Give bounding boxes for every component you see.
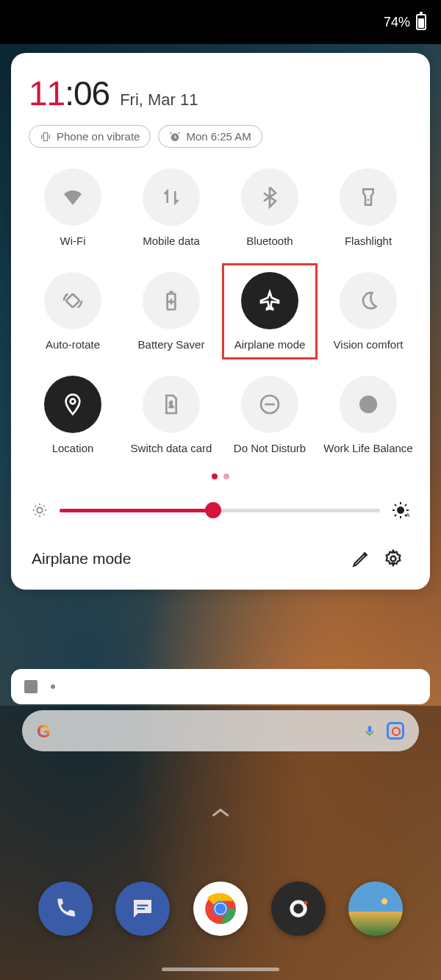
tile-location[interactable]: Location — [26, 376, 120, 454]
battery-saver-icon — [159, 289, 183, 312]
dock-camera[interactable] — [271, 881, 326, 936]
panel-footer: Airplane mode — [26, 543, 415, 575]
worklife-icon — [356, 393, 380, 416]
tile-airplane-mode[interactable]: Airplane mode — [223, 272, 317, 351]
svg-point-19 — [304, 901, 307, 904]
wifi-icon — [61, 185, 85, 209]
airplane-icon — [258, 289, 282, 312]
gear-icon — [383, 548, 404, 569]
tile-vision-comfort[interactable]: Vision comfort — [321, 272, 415, 351]
brightness-auto-icon[interactable]: A — [392, 501, 409, 519]
page-dot-1[interactable] — [212, 473, 218, 479]
edit-button[interactable] — [345, 543, 377, 575]
clock: 11:06 — [29, 74, 110, 113]
svg-point-18 — [293, 904, 303, 913]
screenshot-notif-icon — [24, 680, 37, 693]
status-bar: 74% — [0, 0, 441, 44]
nav-handle[interactable] — [162, 968, 279, 971]
svg-point-9 — [397, 507, 404, 514]
svg-rect-0 — [43, 132, 47, 140]
tile-mobile-data[interactable]: Mobile data — [124, 168, 218, 247]
notification-bar[interactable] — [11, 669, 430, 704]
battery-icon — [416, 14, 426, 30]
alarm-chip[interactable]: Mon 6:25 AM — [158, 125, 262, 148]
lens-icon[interactable] — [387, 722, 404, 740]
page-dot-2[interactable] — [223, 473, 229, 479]
dnd-icon — [258, 393, 282, 416]
tile-battery-saver[interactable]: Battery Saver — [124, 272, 218, 351]
svg-text:1: 1 — [169, 400, 173, 409]
camera-icon — [284, 894, 313, 923]
flashlight-icon — [356, 185, 380, 209]
pagination-dots[interactable] — [26, 473, 415, 479]
mobile-data-icon — [159, 185, 183, 209]
brightness-slider-row: A — [26, 501, 415, 519]
bluetooth-icon — [258, 185, 282, 209]
dock-phone[interactable] — [38, 881, 93, 936]
chevron-up-icon[interactable] — [210, 806, 231, 822]
tile-wifi[interactable]: Wi-Fi — [26, 168, 120, 247]
mic-icon[interactable] — [363, 722, 376, 740]
sun-icon — [377, 894, 392, 909]
svg-rect-12 — [368, 726, 372, 732]
svg-point-8 — [37, 507, 42, 512]
notif-dot — [51, 684, 55, 689]
status-chips: Phone on vibrate Mon 6:25 AM — [26, 125, 415, 148]
auto-rotate-icon — [61, 289, 85, 312]
vibrate-chip[interactable]: Phone on vibrate — [29, 125, 151, 148]
sim-icon: 1 — [159, 393, 183, 416]
google-search-bar[interactable]: G — [22, 710, 419, 751]
svg-text:A: A — [406, 512, 409, 518]
svg-point-16 — [215, 904, 226, 915]
settings-button[interactable] — [377, 543, 409, 575]
dock-chrome[interactable] — [193, 881, 248, 936]
tile-switch-data-card[interactable]: 1 Switch data card — [124, 376, 218, 454]
battery-percent: 74% — [384, 15, 410, 30]
pencil-icon — [351, 549, 370, 568]
moon-icon — [356, 289, 380, 312]
tile-bluetooth[interactable]: Bluetooth — [223, 168, 317, 247]
brightness-slider[interactable] — [60, 509, 380, 512]
dock-gallery[interactable] — [348, 881, 403, 936]
google-icon: G — [37, 721, 56, 740]
location-icon — [61, 393, 85, 416]
brightness-thumb[interactable] — [205, 502, 221, 518]
quick-settings-panel[interactable]: 11:06 Fri, Mar 11 Phone on vibrate Mon 6… — [11, 53, 430, 590]
tiles-grid: Wi-Fi Mobile data Bluetooth Flashlight A… — [26, 168, 415, 454]
tile-flashlight[interactable]: Flashlight — [321, 168, 415, 247]
phone-icon — [52, 895, 79, 922]
svg-rect-2 — [66, 294, 80, 308]
chrome-icon — [202, 890, 239, 927]
date-label: Fri, Mar 11 — [120, 90, 198, 110]
clock-row[interactable]: 11:06 Fri, Mar 11 — [26, 74, 415, 113]
tile-work-life-balance[interactable]: Work Life Balance — [321, 376, 415, 454]
svg-point-4 — [71, 399, 76, 404]
brightness-low-icon — [32, 502, 48, 518]
vibrate-icon — [40, 131, 51, 143]
tile-do-not-disturb[interactable]: Do Not Disturb — [223, 376, 317, 454]
messages-icon — [129, 895, 156, 922]
dock-messages[interactable] — [115, 881, 170, 936]
tile-auto-rotate[interactable]: Auto-rotate — [26, 272, 120, 351]
alarm-icon — [169, 131, 181, 143]
footer-title: Airplane mode — [32, 550, 345, 568]
svg-point-11 — [391, 557, 396, 562]
svg-point-20 — [381, 898, 387, 904]
dock — [0, 881, 441, 936]
